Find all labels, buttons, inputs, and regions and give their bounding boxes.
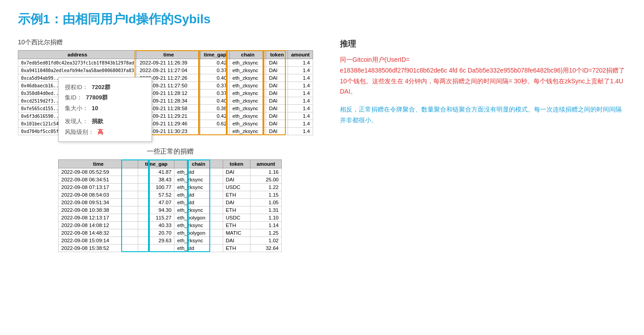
inference-red-text: 同一Gitcoin用户(UserID= e18388e14838506df27f… <box>340 55 626 97</box>
ncell-token: DAI <box>223 237 250 245</box>
ncell-token: DAI <box>223 168 250 176</box>
normal-table-row: 2022-09-08 06:34:51 38.43 eth_zksync DAI… <box>59 176 282 184</box>
normal-table-row: 2022-09-08 08:54:03 57.52 eth_std ETH 1.… <box>59 191 282 199</box>
ncell-timegap: 115.27 <box>138 214 174 222</box>
th-token: token <box>266 51 288 59</box>
cell-token: DAI <box>266 120 288 128</box>
ncell-chain: eth_polygon <box>174 214 223 222</box>
sybil-section-label: 10个西比尔捐赠 <box>18 39 322 47</box>
ncell-time: 2022-09-08 14:48:32 <box>59 229 138 237</box>
cell-token: DAI <box>266 97 288 105</box>
cell-chain: eth_zksync <box>229 97 266 105</box>
ncell-token: ETH <box>223 245 250 252</box>
ncell-timegap: 57.52 <box>138 191 174 199</box>
cell-token: DAI <box>266 67 288 74</box>
cell-address: 0xa94110480a2edleafb94e7aa58ae00068003fa… <box>18 67 137 74</box>
cell-address: 0x7edb5ed01fd0c42ea3273fc1cb1f8943b12978… <box>18 59 137 67</box>
ncell-token: USDC <box>223 184 250 191</box>
cell-token: DAI <box>266 59 288 67</box>
ncell-time: 2022-09-08 05:52:59 <box>59 168 138 176</box>
cell-amount: 1.4 <box>288 67 313 74</box>
ncell-timegap: 38.43 <box>138 176 174 184</box>
ncell-token: MATIC <box>223 229 250 237</box>
ncell-time: 2022-09-08 12:13:17 <box>59 214 138 222</box>
cell-chain: eth_zksync <box>229 105 266 112</box>
ncell-token: ETH <box>223 222 250 229</box>
ncell-amount: 1.25 <box>250 229 281 237</box>
cell-token: DAI <box>266 82 288 90</box>
ncell-amount: 1.10 <box>250 214 281 222</box>
ncell-time: 2022-09-08 15:38:52 <box>59 245 138 252</box>
cell-time: 2022-09-21 11:26:39 <box>137 59 201 67</box>
ncell-chain: eth_std <box>174 245 223 252</box>
cell-timegap <box>201 128 230 135</box>
cell-timegap: 0.62 <box>201 120 230 128</box>
ncell-token: ETH <box>223 206 250 214</box>
inference-text2: e18388e14838506df27f901c8b62de6c 4fd 6c … <box>340 67 625 95</box>
cell-chain: eth_zksync <box>229 67 266 74</box>
ncell-amount: 1.16 <box>250 168 281 176</box>
ncell-chain: eth_std <box>174 168 223 176</box>
cell-timegap: 0.37 <box>201 82 230 90</box>
ncell-time: 2022-09-08 15:09:14 <box>59 237 138 245</box>
cell-chain: eth_zksync <box>229 59 266 67</box>
normal-table-row: 2022-09-08 05:52:59 41.87 eth_std DAI 1.… <box>59 168 282 176</box>
cell-timegap: 0.40 <box>201 74 230 82</box>
ncell-amount: 25.00 <box>250 176 281 184</box>
inference-title: 推理 <box>340 39 626 49</box>
th-time: time <box>137 51 201 59</box>
cell-chain: eth_zksync <box>229 120 266 128</box>
ncell-time: 2022-09-08 06:34:51 <box>59 176 138 184</box>
ncell-token: DAI <box>223 199 250 206</box>
ncell-chain: eth_std <box>174 199 223 206</box>
ncell-token: ETH <box>223 191 250 199</box>
cell-timegap: 0.42 <box>201 112 230 120</box>
ncell-timegap: 41.87 <box>138 168 174 176</box>
cell-amount: 1.4 <box>288 97 313 105</box>
tooltip-cluster-size: 集大小： 10 <box>65 103 145 113</box>
ncell-time: 2022-09-08 14:08:12 <box>59 222 138 229</box>
main-layout: 10个西比尔捐赠 address time time_gap chain tok… <box>18 39 626 252</box>
ncell-amount: 1.15 <box>250 191 281 199</box>
cell-timegap: 0.38 <box>201 105 230 112</box>
ncell-timegap: 100.77 <box>138 184 174 191</box>
cell-token: DAI <box>266 112 288 120</box>
cell-amount: 1.4 <box>288 59 313 67</box>
ncell-amount: 1.31 <box>250 206 281 214</box>
sybil-table-row: 0xa94110480a2edleafb94e7aa58ae00068003fa… <box>18 67 313 74</box>
inference-text1: 同一Gitcoin用户(UserID= <box>340 56 410 63</box>
cell-chain: eth_zksync <box>229 74 266 82</box>
ncell-timegap: 29.63 <box>138 237 174 245</box>
normal-table-row: 2022-09-08 07:13:17 100.77 eth_zksync US… <box>59 184 282 191</box>
ncell-chain: eth_zksync <box>174 206 223 214</box>
cell-token: DAI <box>266 105 288 112</box>
cell-timegap: 0.40 <box>201 97 230 105</box>
cell-chain: eth_zksync <box>229 112 266 120</box>
cell-token: DAI <box>266 128 288 135</box>
ncell-token: USDC <box>223 214 250 222</box>
cell-timegap: 0.42 <box>201 59 230 67</box>
normal-table-row: 2022-09-08 10:38:38 94.30 eth_zksync ETH… <box>59 206 282 214</box>
cell-timegap: 0.37 <box>201 67 230 74</box>
ncell-timegap: 20.70 <box>138 229 174 237</box>
normal-table-row: 2022-09-08 12:13:17 115.27 eth_polygon U… <box>59 214 282 222</box>
ncell-time: 2022-09-08 09:51:34 <box>59 199 138 206</box>
normal-section-label: 一些正常的捐赠 <box>18 147 322 156</box>
tooltip-auth-id: 授权ID： 7202群 <box>65 82 145 92</box>
right-section: 推理 同一Gitcoin用户(UserID= e18388e14838506df… <box>340 39 626 252</box>
ncell-chain: eth_std <box>174 191 223 199</box>
nth-timegap: time_gap <box>138 160 174 168</box>
normal-table-row: 2022-09-08 15:38:52 eth_std ETH 32.64 <box>59 245 282 252</box>
ncell-time: 2022-09-08 07:13:17 <box>59 184 138 191</box>
cell-amount: 1.4 <box>288 90 313 97</box>
cell-chain: eth_zksync <box>229 90 266 97</box>
normal-table-row: 2022-09-08 09:51:34 47.07 eth_std DAI 1.… <box>59 199 282 206</box>
nth-chain: chain <box>174 160 223 168</box>
normal-section: 一些正常的捐赠 time time_gap chain token amount <box>18 147 322 252</box>
cell-token: DAI <box>266 90 288 97</box>
cell-chain: eth_zksync <box>229 128 266 135</box>
ncell-chain: eth_zksync <box>174 176 223 184</box>
cell-amount: 1.4 <box>288 74 313 82</box>
cell-amount: 1.4 <box>288 105 313 112</box>
left-section: 10个西比尔捐赠 address time time_gap chain tok… <box>18 39 322 252</box>
